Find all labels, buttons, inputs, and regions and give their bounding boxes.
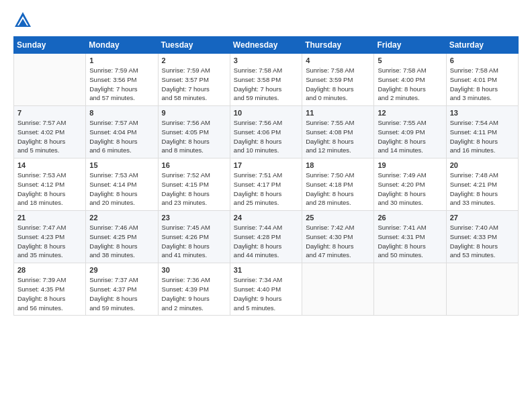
day-number: 14 <box>17 161 82 169</box>
calendar-cell: 16Sunrise: 7:52 AM Sunset: 4:15 PM Dayli… <box>158 158 230 211</box>
calendar-cell: 14Sunrise: 7:53 AM Sunset: 4:12 PM Dayli… <box>14 158 86 211</box>
day-info: Sunrise: 7:39 AM Sunset: 4:35 PM Dayligh… <box>17 275 82 312</box>
day-info: Sunrise: 7:44 AM Sunset: 4:28 PM Dayligh… <box>234 223 298 260</box>
day-number: 26 <box>378 214 442 222</box>
calendar-cell <box>14 54 86 106</box>
day-info: Sunrise: 7:53 AM Sunset: 4:12 PM Dayligh… <box>17 171 82 208</box>
calendar-week-row: 28Sunrise: 7:39 AM Sunset: 4:35 PM Dayli… <box>14 263 519 316</box>
calendar-cell: 17Sunrise: 7:51 AM Sunset: 4:17 PM Dayli… <box>230 158 302 211</box>
day-number: 24 <box>234 214 298 222</box>
calendar-cell: 26Sunrise: 7:41 AM Sunset: 4:31 PM Dayli… <box>374 211 446 263</box>
calendar-cell: 20Sunrise: 7:48 AM Sunset: 4:21 PM Dayli… <box>446 158 518 211</box>
day-number: 10 <box>234 109 298 117</box>
calendar-cell: 29Sunrise: 7:37 AM Sunset: 4:37 PM Dayli… <box>86 263 158 316</box>
day-info: Sunrise: 7:41 AM Sunset: 4:31 PM Dayligh… <box>378 223 442 260</box>
weekday-header-monday: Monday <box>86 37 158 54</box>
day-info: Sunrise: 7:56 AM Sunset: 4:05 PM Dayligh… <box>162 118 226 155</box>
weekday-header-row: SundayMondayTuesdayWednesdayThursdayFrid… <box>14 37 519 54</box>
day-number: 9 <box>162 109 226 117</box>
day-info: Sunrise: 7:40 AM Sunset: 4:33 PM Dayligh… <box>450 223 515 260</box>
day-number: 13 <box>450 109 515 117</box>
calendar-cell: 24Sunrise: 7:44 AM Sunset: 4:28 PM Dayli… <box>230 211 302 263</box>
day-number: 17 <box>234 161 298 169</box>
logo <box>13 11 36 30</box>
day-info: Sunrise: 7:55 AM Sunset: 4:08 PM Dayligh… <box>306 118 370 155</box>
day-number: 8 <box>89 109 154 117</box>
day-info: Sunrise: 7:45 AM Sunset: 4:26 PM Dayligh… <box>162 223 226 260</box>
weekday-header-sunday: Sunday <box>14 37 86 54</box>
day-number: 22 <box>89 214 154 222</box>
calendar-cell: 5Sunrise: 7:58 AM Sunset: 4:00 PM Daylig… <box>374 54 446 106</box>
weekday-header-saturday: Saturday <box>446 37 518 54</box>
calendar-cell: 8Sunrise: 7:57 AM Sunset: 4:04 PM Daylig… <box>86 106 158 158</box>
calendar-cell: 1Sunrise: 7:59 AM Sunset: 3:56 PM Daylig… <box>86 54 158 106</box>
calendar-cell: 9Sunrise: 7:56 AM Sunset: 4:05 PM Daylig… <box>158 106 230 158</box>
calendar-cell: 21Sunrise: 7:47 AM Sunset: 4:23 PM Dayli… <box>14 211 86 263</box>
day-info: Sunrise: 7:52 AM Sunset: 4:15 PM Dayligh… <box>162 171 226 208</box>
day-number: 4 <box>306 56 370 64</box>
day-info: Sunrise: 7:47 AM Sunset: 4:23 PM Dayligh… <box>17 223 82 260</box>
day-number: 11 <box>306 109 370 117</box>
day-number: 21 <box>17 214 82 222</box>
day-number: 31 <box>234 266 298 274</box>
calendar-cell: 27Sunrise: 7:40 AM Sunset: 4:33 PM Dayli… <box>446 211 518 263</box>
weekday-header-thursday: Thursday <box>302 37 374 54</box>
calendar-cell: 31Sunrise: 7:34 AM Sunset: 4:40 PM Dayli… <box>230 263 302 316</box>
calendar-cell <box>446 263 518 316</box>
day-number: 29 <box>89 266 154 274</box>
day-number: 5 <box>378 56 442 64</box>
day-info: Sunrise: 7:36 AM Sunset: 4:39 PM Dayligh… <box>162 275 226 312</box>
day-info: Sunrise: 7:37 AM Sunset: 4:37 PM Dayligh… <box>89 275 154 312</box>
calendar-week-row: 21Sunrise: 7:47 AM Sunset: 4:23 PM Dayli… <box>14 211 519 263</box>
day-number: 25 <box>306 214 370 222</box>
day-info: Sunrise: 7:58 AM Sunset: 4:01 PM Dayligh… <box>450 66 515 103</box>
calendar-cell: 10Sunrise: 7:56 AM Sunset: 4:06 PM Dayli… <box>230 106 302 158</box>
day-info: Sunrise: 7:59 AM Sunset: 3:57 PM Dayligh… <box>162 66 226 103</box>
day-info: Sunrise: 7:58 AM Sunset: 3:59 PM Dayligh… <box>306 66 370 103</box>
day-info: Sunrise: 7:34 AM Sunset: 4:40 PM Dayligh… <box>234 275 298 312</box>
calendar-cell: 18Sunrise: 7:50 AM Sunset: 4:18 PM Dayli… <box>302 158 374 211</box>
day-info: Sunrise: 7:58 AM Sunset: 3:58 PM Dayligh… <box>234 66 298 103</box>
calendar-cell: 7Sunrise: 7:57 AM Sunset: 4:02 PM Daylig… <box>14 106 86 158</box>
day-number: 7 <box>17 109 82 117</box>
day-info: Sunrise: 7:49 AM Sunset: 4:20 PM Dayligh… <box>378 171 442 208</box>
day-info: Sunrise: 7:42 AM Sunset: 4:30 PM Dayligh… <box>306 223 370 260</box>
day-info: Sunrise: 7:51 AM Sunset: 4:17 PM Dayligh… <box>234 171 298 208</box>
calendar-cell: 25Sunrise: 7:42 AM Sunset: 4:30 PM Dayli… <box>302 211 374 263</box>
day-number: 12 <box>378 109 442 117</box>
day-number: 27 <box>450 214 515 222</box>
day-number: 3 <box>234 56 298 64</box>
calendar-cell: 13Sunrise: 7:54 AM Sunset: 4:11 PM Dayli… <box>446 106 518 158</box>
day-number: 6 <box>450 56 515 64</box>
calendar-cell: 2Sunrise: 7:59 AM Sunset: 3:57 PM Daylig… <box>158 54 230 106</box>
weekday-header-wednesday: Wednesday <box>230 37 302 54</box>
calendar-cell: 30Sunrise: 7:36 AM Sunset: 4:39 PM Dayli… <box>158 263 230 316</box>
calendar-cell: 3Sunrise: 7:58 AM Sunset: 3:58 PM Daylig… <box>230 54 302 106</box>
calendar-cell: 4Sunrise: 7:58 AM Sunset: 3:59 PM Daylig… <box>302 54 374 106</box>
day-info: Sunrise: 7:57 AM Sunset: 4:02 PM Dayligh… <box>17 118 82 155</box>
day-number: 15 <box>89 161 154 169</box>
day-info: Sunrise: 7:56 AM Sunset: 4:06 PM Dayligh… <box>234 118 298 155</box>
day-number: 30 <box>162 266 226 274</box>
day-number: 18 <box>306 161 370 169</box>
day-info: Sunrise: 7:53 AM Sunset: 4:14 PM Dayligh… <box>89 171 154 208</box>
weekday-header-tuesday: Tuesday <box>158 37 230 54</box>
logo-icon <box>13 11 32 30</box>
calendar-week-row: 14Sunrise: 7:53 AM Sunset: 4:12 PM Dayli… <box>14 158 519 211</box>
header <box>13 11 519 30</box>
day-number: 16 <box>162 161 226 169</box>
day-info: Sunrise: 7:59 AM Sunset: 3:56 PM Dayligh… <box>89 66 154 103</box>
day-info: Sunrise: 7:46 AM Sunset: 4:25 PM Dayligh… <box>89 223 154 260</box>
day-number: 20 <box>450 161 515 169</box>
calendar-cell: 11Sunrise: 7:55 AM Sunset: 4:08 PM Dayli… <box>302 106 374 158</box>
day-number: 19 <box>378 161 442 169</box>
day-number: 2 <box>162 56 226 64</box>
day-info: Sunrise: 7:50 AM Sunset: 4:18 PM Dayligh… <box>306 171 370 208</box>
day-info: Sunrise: 7:58 AM Sunset: 4:00 PM Dayligh… <box>378 66 442 103</box>
day-number: 23 <box>162 214 226 222</box>
calendar-cell: 19Sunrise: 7:49 AM Sunset: 4:20 PM Dayli… <box>374 158 446 211</box>
calendar-cell: 15Sunrise: 7:53 AM Sunset: 4:14 PM Dayli… <box>86 158 158 211</box>
calendar-cell: 6Sunrise: 7:58 AM Sunset: 4:01 PM Daylig… <box>446 54 518 106</box>
calendar-week-row: 1Sunrise: 7:59 AM Sunset: 3:56 PM Daylig… <box>14 54 519 106</box>
weekday-header-friday: Friday <box>374 37 446 54</box>
